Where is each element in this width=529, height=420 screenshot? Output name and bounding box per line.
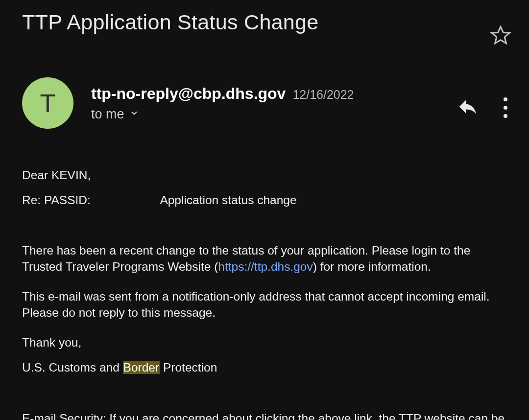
sender-block: ttp-no-reply@cbp.dhs.gov 12/16/2022 to m… (91, 85, 439, 122)
recipient-label: to me (91, 107, 124, 122)
sender-address[interactable]: ttp-no-reply@cbp.dhs.gov (91, 85, 286, 103)
security-para: E-mail Security: If you are concerned ab… (22, 410, 507, 420)
svg-marker-0 (492, 27, 510, 44)
email-subject: TTP Application Status Change (22, 10, 319, 35)
reply-icon (457, 95, 479, 118)
avatar-letter: T (40, 89, 56, 118)
email-actions (457, 95, 510, 120)
email-body: Dear KEVIN, Re: PASSID: Application stat… (22, 167, 514, 420)
expand-recipients[interactable] (129, 108, 139, 120)
re-line: Re: PASSID: Application status change (22, 192, 507, 208)
star-button[interactable] (490, 24, 511, 48)
reply-button[interactable] (457, 95, 479, 120)
sender-line: ttp-no-reply@cbp.dhs.gov 12/16/2022 (91, 85, 439, 103)
sig-highlight: Border (123, 361, 160, 374)
re-suffix: Application status change (160, 193, 296, 207)
chevron-down-icon (129, 108, 139, 118)
sig-after: Protection (160, 361, 217, 374)
re-prefix: Re: PASSID: (22, 193, 91, 207)
email-date: 12/16/2022 (292, 88, 354, 102)
re-spacer (91, 193, 160, 207)
more-vertical-icon (504, 97, 507, 118)
p1-after: ) for more information. (313, 260, 431, 273)
noreply-para: This e-mail was sent from a notification… (22, 288, 507, 321)
recipient-line[interactable]: to me (91, 107, 439, 122)
ttp-link-1[interactable]: https://ttp.dhs.gov (218, 260, 313, 273)
more-button[interactable] (501, 97, 510, 118)
star-icon (490, 24, 511, 46)
greeting: Dear KEVIN, (22, 167, 507, 183)
email-meta-row: T ttp-no-reply@cbp.dhs.gov 12/16/2022 to… (22, 77, 514, 129)
sec-before: E-mail Security: If you are concerned ab… (22, 412, 505, 420)
email-header: TTP Application Status Change (22, 10, 514, 48)
signature: U.S. Customs and Border Protection (22, 359, 507, 375)
email-view: TTP Application Status Change T ttp-no-r… (0, 0, 529, 420)
sig-before: U.S. Customs and (22, 361, 123, 374)
status-para: There has been a recent change to the st… (22, 242, 507, 275)
thanks: Thank you, (22, 334, 507, 350)
sender-avatar[interactable]: T (22, 77, 73, 129)
